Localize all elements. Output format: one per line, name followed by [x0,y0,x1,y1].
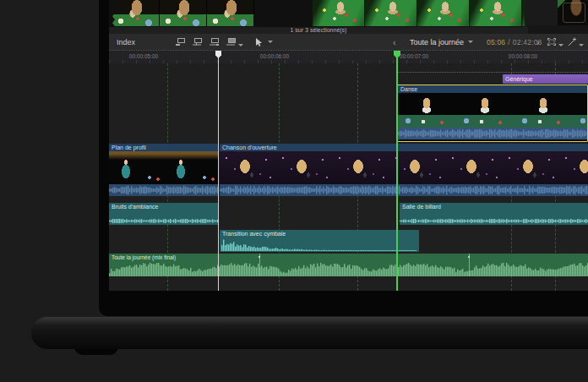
audio-waveform [400,218,588,224]
final-cut-pro-window: 1 sur 3 sélectionné(s) Index ‹ Toute la … [109,0,588,291]
project-title-menu[interactable]: Toute la journée [410,34,473,50]
crop-button[interactable] [547,35,564,50]
next-project-button[interactable]: › [536,34,540,50]
index-button[interactable]: Index [117,34,135,50]
append-clip-icon[interactable] [209,37,220,46]
timeline-ruler[interactable]: 00:00:05:00 00:00:06:00 00:00:07:00 00:0… [109,50,588,64]
insert-clip-icon[interactable] [192,37,203,46]
audio-waveform [398,128,587,139]
clip-bruits-ambiance[interactable]: Bruits d'ambiance [109,203,219,225]
clip-danse-selected[interactable]: Danse [397,85,588,142]
clip-label: Plan de profil [109,144,219,151]
playhead-line[interactable] [396,52,398,291]
clip-chanson-audio [220,184,588,196]
viewer-preview[interactable] [558,0,588,25]
chevron-down-icon [268,41,273,43]
viewer-crop-overlay [563,3,585,23]
skimmer-line [218,52,219,291]
ruler-label: 00:00:06:00 [244,53,305,59]
clip-label: Chanson d'ouverture [220,144,588,151]
project-title: Toute la journée [410,38,464,46]
pointer-tool-icon [254,37,264,47]
clip-label: Danse [398,85,587,93]
audio-waveform [109,218,219,224]
page-background: 1 sur 3 sélectionné(s) Index ‹ Toute la … [0,0,588,382]
macbook-base [31,317,588,349]
chevron-down-icon [558,44,564,46]
enhancements-button[interactable] [567,35,584,50]
clip-label: Toute la journée (mix final) [109,254,588,261]
clip-chanson-ouverture[interactable]: Chanson d'ouverture [220,144,588,196]
marker-dot [468,256,470,258]
connected-lane-guide [397,72,588,73]
chevron-down-icon [468,41,473,43]
browser-strip [109,0,588,27]
audio-waveform [220,184,588,196]
browser-filmstrip-billiard-clip[interactable] [313,0,525,26]
ruler-label: 00:00:07:00 [384,53,444,59]
overwrite-clip-button[interactable] [226,35,243,50]
clip-generique[interactable]: Générique [503,74,588,84]
clip-label: Générique [503,74,588,84]
clip-danse-thumbnails [398,93,587,128]
clip-mix-final[interactable]: Toute la journée (mix final) [109,254,588,276]
clip-plan-de-profil[interactable]: Plan de profil [109,144,219,196]
previous-project-button[interactable]: ‹ [393,34,396,50]
clip-label: Salle de billard [400,203,588,210]
edit-buttons-group [175,34,243,50]
chevron-down-icon [579,44,584,46]
marker-dot [259,256,260,258]
browser-filmstrip-dog-clip[interactable] [112,0,254,26]
timecode-display: 05:06 / 02:42:08 [487,34,542,50]
viewer-tools-group [547,34,584,50]
timecode-current: 05:06 [487,38,505,46]
audio-waveform [109,184,219,196]
clip-label: Transition avec cymbale [220,230,419,237]
overwrite-clip-icon [226,37,237,46]
connect-clip-icon[interactable] [175,37,186,46]
timeline-area[interactable]: Générique Danse Plan de profil Chanson d… [109,63,588,291]
timeline-toolbar: Index ‹ Toute la journée 05:06 / 02:42:0… [109,34,588,50]
chevron-down-icon [238,44,243,46]
magic-wand-icon [567,37,577,46]
clip-salle-de-billard[interactable]: Salle de billard [400,203,588,225]
clip-label: Bruits d'ambiance [109,203,219,210]
ruler-label: 00:00:08:00 [493,53,553,59]
clip-transition-cymbale[interactable]: Transition avec cymbale [220,230,419,252]
browser-selection-status: 1 sur 3 sélectionné(s) [109,27,528,34]
tool-select-button[interactable] [254,34,273,50]
timecode-separator: / [508,38,510,46]
cymbal-waveform [221,238,416,251]
clip-danse-audio [398,128,587,139]
clip-chanson-thumbnails [220,151,588,184]
viewer-toolbar-spacer [528,25,588,34]
crop-icon [547,37,557,46]
pane-divider [525,0,558,27]
clip-profil-thumbnails [109,151,219,184]
ruler-label: 00:00:05:00 [113,53,174,59]
clip-profil-audio [109,184,219,196]
music-waveform [109,262,588,276]
